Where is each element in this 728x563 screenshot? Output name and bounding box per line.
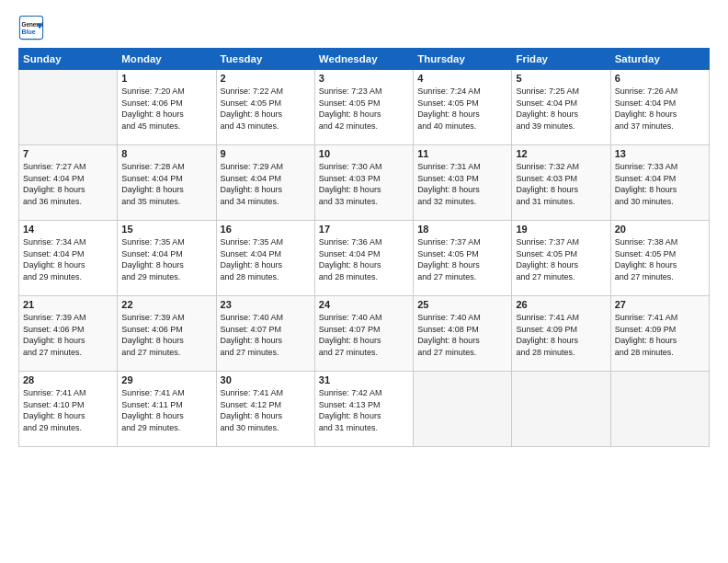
calendar-cell: 20Sunrise: 7:38 AM Sunset: 4:05 PM Dayli…: [610, 221, 709, 296]
day-info: Sunrise: 7:30 AM Sunset: 4:03 PM Dayligh…: [319, 161, 409, 207]
day-number: 12: [516, 148, 606, 159]
calendar-cell: 21Sunrise: 7:39 AM Sunset: 4:06 PM Dayli…: [19, 296, 118, 372]
day-info: Sunrise: 7:35 AM Sunset: 4:04 PM Dayligh…: [121, 236, 211, 282]
day-info: Sunrise: 7:41 AM Sunset: 4:12 PM Dayligh…: [221, 387, 311, 433]
day-info: Sunrise: 7:31 AM Sunset: 4:03 PM Dayligh…: [417, 161, 507, 207]
day-number: 16: [221, 224, 311, 235]
calendar-cell: 10Sunrise: 7:30 AM Sunset: 4:03 PM Dayli…: [314, 145, 413, 221]
calendar-cell: 3Sunrise: 7:23 AM Sunset: 4:05 PM Daylig…: [314, 70, 413, 145]
calendar-cell: 24Sunrise: 7:40 AM Sunset: 4:07 PM Dayli…: [314, 296, 413, 372]
calendar-cell: 9Sunrise: 7:29 AM Sunset: 4:04 PM Daylig…: [216, 145, 314, 221]
day-info: Sunrise: 7:27 AM Sunset: 4:04 PM Dayligh…: [23, 161, 113, 207]
day-number: 11: [417, 148, 507, 159]
page: General Blue SundayMondayTuesdayWednesda…: [0, 0, 728, 563]
day-info: Sunrise: 7:29 AM Sunset: 4:04 PM Dayligh…: [221, 161, 311, 207]
calendar-cell: 8Sunrise: 7:28 AM Sunset: 4:04 PM Daylig…: [118, 145, 216, 221]
day-info: Sunrise: 7:37 AM Sunset: 4:05 PM Dayligh…: [417, 236, 507, 282]
day-info: Sunrise: 7:23 AM Sunset: 4:05 PM Dayligh…: [319, 86, 409, 132]
calendar-cell: 15Sunrise: 7:35 AM Sunset: 4:04 PM Dayli…: [118, 221, 216, 296]
calendar-cell: 30Sunrise: 7:41 AM Sunset: 4:12 PM Dayli…: [216, 372, 314, 447]
day-number: 26: [516, 299, 606, 310]
day-number: 14: [23, 224, 113, 235]
calendar-cell: 11Sunrise: 7:31 AM Sunset: 4:03 PM Dayli…: [414, 145, 512, 221]
calendar-cell: 7Sunrise: 7:27 AM Sunset: 4:04 PM Daylig…: [19, 145, 118, 221]
weekday-header: Sunday: [19, 49, 118, 70]
calendar-cell: [512, 372, 610, 447]
weekday-header: Saturday: [610, 49, 709, 70]
calendar-cell: 28Sunrise: 7:41 AM Sunset: 4:10 PM Dayli…: [19, 372, 118, 447]
weekday-header: Tuesday: [216, 49, 314, 70]
day-info: Sunrise: 7:37 AM Sunset: 4:05 PM Dayligh…: [516, 236, 606, 282]
day-number: 8: [121, 148, 211, 159]
calendar-header-row: SundayMondayTuesdayWednesdayThursdayFrid…: [19, 49, 710, 70]
calendar-cell: 23Sunrise: 7:40 AM Sunset: 4:07 PM Dayli…: [216, 296, 314, 372]
day-number: 31: [319, 374, 409, 385]
calendar-week-row: 21Sunrise: 7:39 AM Sunset: 4:06 PM Dayli…: [19, 296, 710, 372]
day-info: Sunrise: 7:35 AM Sunset: 4:04 PM Dayligh…: [221, 236, 311, 282]
day-info: Sunrise: 7:28 AM Sunset: 4:04 PM Dayligh…: [121, 161, 211, 207]
calendar-cell: 17Sunrise: 7:36 AM Sunset: 4:04 PM Dayli…: [314, 221, 413, 296]
day-number: 9: [221, 148, 311, 159]
day-number: 4: [417, 73, 507, 84]
day-info: Sunrise: 7:25 AM Sunset: 4:04 PM Dayligh…: [516, 86, 606, 132]
day-number: 1: [121, 73, 211, 84]
calendar-cell: [414, 372, 512, 447]
calendar-cell: 12Sunrise: 7:32 AM Sunset: 4:03 PM Dayli…: [512, 145, 610, 221]
day-number: 5: [516, 73, 606, 84]
calendar-cell: 18Sunrise: 7:37 AM Sunset: 4:05 PM Dayli…: [414, 221, 512, 296]
day-number: 23: [221, 299, 311, 310]
calendar-cell: 16Sunrise: 7:35 AM Sunset: 4:04 PM Dayli…: [216, 221, 314, 296]
weekday-header: Friday: [512, 49, 610, 70]
day-number: 30: [221, 374, 311, 385]
day-number: 17: [319, 224, 409, 235]
day-info: Sunrise: 7:32 AM Sunset: 4:03 PM Dayligh…: [516, 161, 606, 207]
day-info: Sunrise: 7:34 AM Sunset: 4:04 PM Dayligh…: [23, 236, 113, 282]
day-number: 18: [417, 224, 507, 235]
calendar-cell: 27Sunrise: 7:41 AM Sunset: 4:09 PM Dayli…: [610, 296, 709, 372]
day-number: 19: [516, 224, 606, 235]
header: General Blue: [18, 15, 710, 40]
day-info: Sunrise: 7:36 AM Sunset: 4:04 PM Dayligh…: [319, 236, 409, 282]
day-number: 21: [23, 299, 113, 310]
day-number: 28: [23, 374, 113, 385]
calendar-cell: [610, 372, 709, 447]
calendar-cell: 1Sunrise: 7:20 AM Sunset: 4:06 PM Daylig…: [118, 70, 216, 145]
day-number: 2: [221, 73, 311, 84]
calendar-cell: 2Sunrise: 7:22 AM Sunset: 4:05 PM Daylig…: [216, 70, 314, 145]
day-number: 24: [319, 299, 409, 310]
calendar-cell: 31Sunrise: 7:42 AM Sunset: 4:13 PM Dayli…: [314, 372, 413, 447]
day-number: 3: [319, 73, 409, 84]
day-info: Sunrise: 7:41 AM Sunset: 4:09 PM Dayligh…: [516, 312, 606, 358]
weekday-header: Monday: [118, 49, 216, 70]
day-info: Sunrise: 7:41 AM Sunset: 4:09 PM Dayligh…: [615, 312, 705, 358]
calendar-cell: [19, 70, 118, 145]
calendar-week-row: 7Sunrise: 7:27 AM Sunset: 4:04 PM Daylig…: [19, 145, 710, 221]
calendar-cell: 26Sunrise: 7:41 AM Sunset: 4:09 PM Dayli…: [512, 296, 610, 372]
logo-icon: General Blue: [18, 15, 44, 40]
day-number: 25: [417, 299, 507, 310]
day-info: Sunrise: 7:42 AM Sunset: 4:13 PM Dayligh…: [319, 387, 409, 433]
calendar-cell: 4Sunrise: 7:24 AM Sunset: 4:05 PM Daylig…: [414, 70, 512, 145]
day-info: Sunrise: 7:26 AM Sunset: 4:04 PM Dayligh…: [615, 86, 705, 132]
day-info: Sunrise: 7:38 AM Sunset: 4:05 PM Dayligh…: [615, 236, 705, 282]
calendar-cell: 22Sunrise: 7:39 AM Sunset: 4:06 PM Dayli…: [118, 296, 216, 372]
calendar-cell: 6Sunrise: 7:26 AM Sunset: 4:04 PM Daylig…: [610, 70, 709, 145]
day-number: 7: [23, 148, 113, 159]
svg-text:Blue: Blue: [22, 29, 36, 35]
day-info: Sunrise: 7:24 AM Sunset: 4:05 PM Dayligh…: [417, 86, 507, 132]
day-number: 20: [615, 224, 705, 235]
day-number: 22: [121, 299, 211, 310]
logo: General Blue: [18, 15, 44, 40]
calendar-cell: 29Sunrise: 7:41 AM Sunset: 4:11 PM Dayli…: [118, 372, 216, 447]
day-number: 10: [319, 148, 409, 159]
calendar-cell: 19Sunrise: 7:37 AM Sunset: 4:05 PM Dayli…: [512, 221, 610, 296]
calendar-cell: 14Sunrise: 7:34 AM Sunset: 4:04 PM Dayli…: [19, 221, 118, 296]
weekday-header: Thursday: [414, 49, 512, 70]
day-number: 13: [615, 148, 705, 159]
day-info: Sunrise: 7:39 AM Sunset: 4:06 PM Dayligh…: [121, 312, 211, 358]
calendar-table: SundayMondayTuesdayWednesdayThursdayFrid…: [18, 48, 710, 447]
weekday-header: Wednesday: [314, 49, 413, 70]
day-number: 27: [615, 299, 705, 310]
calendar-cell: 5Sunrise: 7:25 AM Sunset: 4:04 PM Daylig…: [512, 70, 610, 145]
day-number: 29: [121, 374, 211, 385]
